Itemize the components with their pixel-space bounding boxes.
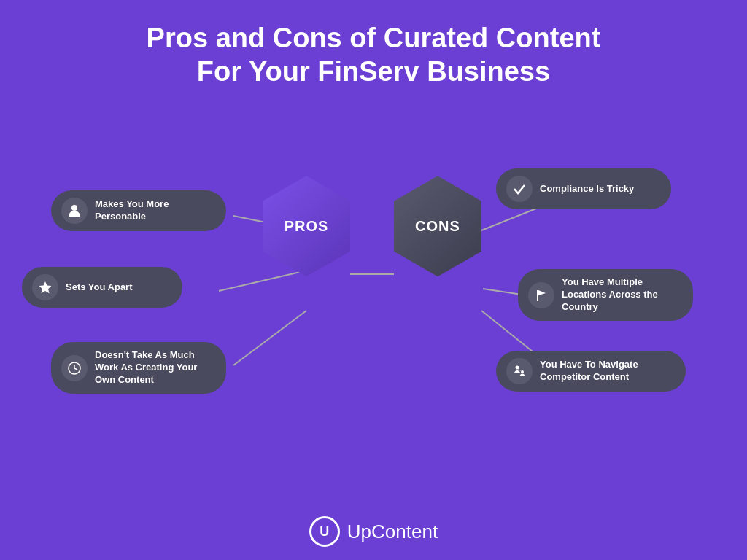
con-competitor-bubble: You Have To Navigate Competitor Content: [496, 351, 686, 392]
con-locations-text: You Have Multiple Locations Across the C…: [562, 276, 683, 314]
pro-less-work-text: Doesn't Take As Much Work As Creating Yo…: [95, 349, 216, 386]
cons-label: CONS: [415, 218, 460, 235]
pro-sets-apart-bubble: Sets You Apart: [22, 267, 182, 308]
pro-personable-bubble: Makes You More Personable: [51, 190, 226, 231]
person-icon: [61, 198, 88, 224]
brand-name: UpContent: [347, 521, 438, 543]
check-icon: [506, 176, 533, 202]
navigate-icon: [506, 358, 533, 384]
svg-rect-10: [537, 290, 538, 301]
con-locations-bubble: You Have Multiple Locations Across the C…: [518, 269, 693, 321]
con-competitor-text: You Have To Navigate Competitor Content: [540, 359, 676, 384]
svg-point-11: [516, 366, 519, 370]
diagram-area: PROS CONS Makes You More Personable Sets…: [0, 103, 747, 482]
star-icon: [32, 274, 58, 300]
svg-point-7: [71, 205, 77, 211]
con-compliance-bubble: Compliance Is Tricky: [496, 168, 671, 209]
pro-less-work-bubble: Doesn't Take As Much Work As Creating Yo…: [51, 342, 226, 394]
pro-personable-text: Makes You More Personable: [95, 198, 216, 223]
flag-icon: [528, 282, 554, 308]
svg-point-12: [521, 370, 524, 373]
con-compliance-text: Compliance Is Tricky: [540, 183, 634, 195]
footer: U UpContent: [0, 516, 747, 547]
svg-line-13: [518, 370, 521, 370]
title-line1: Pros and Cons of Curated Content: [147, 23, 601, 53]
clock-icon: [61, 355, 88, 381]
svg-line-1: [219, 271, 306, 291]
title-line2: For Your FinServ Business: [197, 56, 550, 87]
brand-part1: Up: [347, 521, 371, 542]
brand-part2: Content: [371, 521, 438, 542]
svg-line-2: [233, 311, 306, 365]
main-title: Pros and Cons of Curated Content For You…: [44, 22, 703, 88]
svg-marker-8: [39, 281, 52, 293]
logo-letter: U: [320, 524, 329, 540]
cons-hexagon: CONS: [394, 176, 481, 276]
pros-label: PROS: [285, 218, 329, 235]
logo-circle: U: [309, 516, 340, 547]
title-section: Pros and Cons of Curated Content For You…: [0, 0, 747, 96]
pro-sets-apart-text: Sets You Apart: [66, 281, 133, 294]
pros-hexagon: PROS: [263, 176, 350, 276]
